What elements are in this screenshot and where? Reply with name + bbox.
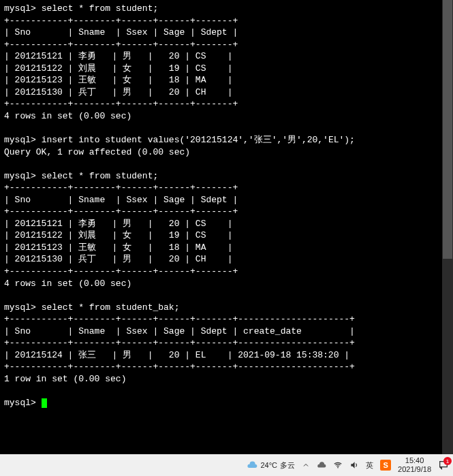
table2-header: | Sno | Sname | Ssex | Sage | Sdept | <box>4 195 238 205</box>
table3-header: | Sno | Sname | Ssex | Sage | Sdept | cr… <box>4 326 355 336</box>
table3-border: +-----------+--------+------+------+----… <box>4 314 355 324</box>
table2-border: +-----------+--------+------+------+----… <box>4 206 238 217</box>
onedrive-icon[interactable] <box>317 460 326 470</box>
prompt: mysql> <box>4 171 36 181</box>
table3-footer: 1 row in set (0.00 sec) <box>4 374 126 384</box>
table1-row: | 201215121 | 李勇 | 男 | 20 | CS | <box>4 51 232 61</box>
query-select2: select * from student; <box>42 171 159 181</box>
scrollbar-thumb[interactable] <box>443 0 452 259</box>
mysql-terminal[interactable]: mysql> select * from student; +---------… <box>0 0 453 454</box>
table2-row: | 201215130 | 兵丁 | 男 | 20 | CH | <box>4 254 232 264</box>
table1-row: | 201215123 | 王敏 | 女 | 18 | MA | <box>4 75 232 85</box>
taskbar: 24°C 多云 英 S 15:40 2021/9/18 1 <box>0 454 453 476</box>
table1-border: +-----------+--------+------+------+----… <box>4 39 238 50</box>
table1-row: | 201215130 | 兵丁 | 男 | 20 | CH | <box>4 87 232 97</box>
speaker-icon[interactable] <box>349 460 359 470</box>
clock-date: 2021/9/18 <box>398 465 431 474</box>
wifi-icon[interactable] <box>333 460 343 470</box>
svg-point-0 <box>337 467 339 469</box>
table1-border: +-----------+--------+------+------+----… <box>4 16 238 26</box>
table1-header: | Sno | Sname | Ssex | Sage | Sdept | <box>4 27 238 37</box>
table3-border: +-----------+--------+------+------+----… <box>4 338 355 348</box>
clock-time: 15:40 <box>405 456 424 465</box>
cursor <box>42 398 47 408</box>
prompt: mysql> <box>4 3 36 14</box>
table2-row: | 201215121 | 李勇 | 男 | 20 | CS | <box>4 219 232 229</box>
scrollbar[interactable] <box>442 0 453 454</box>
table2-border: +-----------+--------+------+------+----… <box>4 183 238 193</box>
query-select3: select * from student_bak; <box>42 302 180 313</box>
query-select1: select * from student; <box>42 3 159 14</box>
prompt: mysql> <box>4 398 36 408</box>
table2-border: +-----------+--------+------+------+----… <box>4 266 238 276</box>
weather-temp: 24°C <box>260 461 277 469</box>
cloud-icon <box>247 460 257 471</box>
insert-result: Query OK, 1 row affected (0.00 sec) <box>4 147 190 157</box>
weather-widget[interactable]: 24°C 多云 <box>247 460 295 471</box>
table2-footer: 4 rows in set (0.00 sec) <box>4 279 131 289</box>
prompt: mysql> <box>4 302 36 313</box>
chevron-up-icon[interactable] <box>302 461 310 469</box>
tray-icons: 英 S <box>302 460 391 471</box>
table3-border: +-----------+--------+------+------+----… <box>4 362 355 372</box>
notification-center[interactable]: 1 <box>438 460 449 471</box>
table1-border: +-----------+--------+------+------+----… <box>4 99 238 109</box>
clock[interactable]: 15:40 2021/9/18 <box>398 456 431 474</box>
table2-row: | 201215123 | 王敏 | 女 | 18 | MA | <box>4 242 232 253</box>
table3-row: | 201215124 | 张三 | 男 | 20 | EL | 2021-09… <box>4 350 349 360</box>
table1-footer: 4 rows in set (0.00 sec) <box>4 111 131 121</box>
notification-count: 1 <box>443 457 452 465</box>
weather-desc: 多云 <box>280 460 295 471</box>
prompt: mysql> <box>4 135 36 145</box>
ime-lang[interactable]: 英 <box>366 460 373 471</box>
ime-brand-icon[interactable]: S <box>380 460 391 471</box>
table1-row: | 201215122 | 刘晨 | 女 | 19 | CS | <box>4 63 232 74</box>
table2-row: | 201215122 | 刘晨 | 女 | 19 | CS | <box>4 230 232 240</box>
query-insert: insert into student values('201215124','… <box>42 135 355 145</box>
